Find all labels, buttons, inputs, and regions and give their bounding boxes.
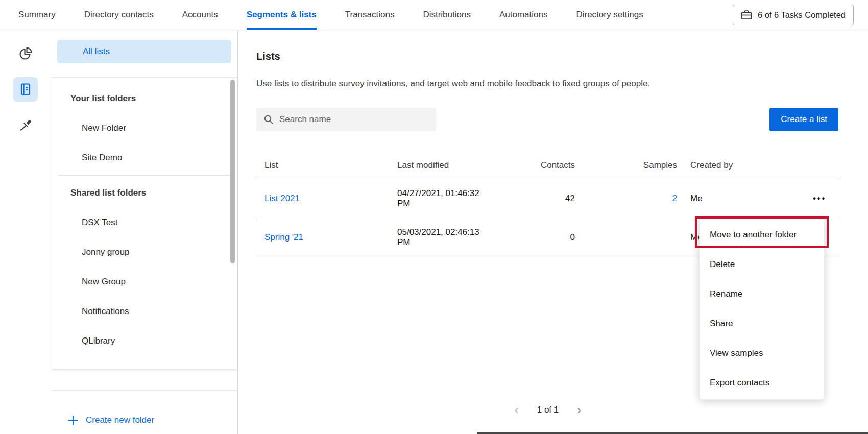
header-last-modified: Last modified — [389, 160, 491, 171]
folder-item-new-group[interactable]: New Group — [51, 267, 237, 297]
sidebar-item-all-lists[interactable]: All lists — [57, 40, 231, 63]
menu-item-share[interactable]: Share — [700, 309, 824, 339]
tab-directory-contacts[interactable]: Directory contacts — [84, 0, 154, 30]
sidebar-bottom-divider — [51, 390, 237, 391]
folder-item-qlibrary[interactable]: QLibrary — [51, 326, 237, 356]
folder-list-panel: Your list folders New Folder Site Demo S… — [51, 77, 237, 369]
header-list: List — [256, 160, 389, 171]
search-icon — [263, 114, 274, 125]
previous-page-button[interactable]: ‹ — [515, 404, 519, 416]
row-menu-button[interactable]: ••• — [797, 194, 839, 203]
search-box — [256, 108, 436, 131]
page-title: Lists — [256, 51, 280, 62]
menu-item-view-samples[interactable]: View samples — [700, 339, 824, 368]
icon-rail — [0, 30, 51, 434]
tab-distributions[interactable]: Distributions — [423, 0, 471, 30]
create-new-folder-button[interactable]: Create new folder — [67, 413, 154, 428]
page-indicator: 1 of 1 — [537, 405, 559, 415]
tasks-completed-label: 6 of 6 Tasks Completed — [758, 10, 846, 20]
pie-chart-icon — [18, 46, 33, 61]
lists-icon — [18, 82, 33, 97]
menu-item-move-to-another-folder[interactable]: Move to another folder — [700, 220, 824, 250]
folder-item-notifications[interactable]: Notifications — [51, 297, 237, 326]
folder-sections-divider — [58, 175, 230, 176]
table-row: List 2021 04/27/2021, 01:46:32 PM 42 2 M… — [256, 178, 839, 219]
created-by-cell: Me — [677, 194, 797, 204]
tab-directory-settings[interactable]: Directory settings — [576, 0, 643, 30]
nav-tabs: Summary Directory contacts Accounts Segm… — [18, 0, 643, 30]
tasks-completed-button[interactable]: 6 of 6 Tasks Completed — [733, 5, 854, 25]
menu-item-delete[interactable]: Delete — [700, 250, 824, 279]
sidebar-scrollbar[interactable] — [230, 80, 235, 263]
rail-item-lists[interactable] — [13, 77, 38, 102]
folder-item-site-demo[interactable]: Site Demo — [51, 143, 237, 173]
rail-item-segments[interactable] — [13, 41, 38, 66]
folder-item-dsx-test[interactable]: DSX Test — [51, 208, 237, 237]
samples-link[interactable]: 2 — [672, 194, 677, 203]
last-modified-cell: 05/03/2021, 02:46:13 PM — [389, 227, 491, 248]
contacts-cell: 42 — [491, 194, 575, 204]
top-navigation: Summary Directory contacts Accounts Segm… — [0, 0, 868, 30]
list-link[interactable]: List 2021 — [264, 194, 300, 203]
last-modified-cell: 04/27/2021, 01:46:32 PM — [389, 188, 491, 209]
tab-summary[interactable]: Summary — [18, 0, 56, 30]
tab-transactions[interactable]: Transactions — [345, 0, 395, 30]
eyedropper-icon — [18, 118, 33, 132]
all-lists-label: All lists — [83, 46, 110, 57]
search-input[interactable] — [279, 114, 429, 125]
pagination: ‹ 1 of 1 › — [256, 403, 839, 417]
folders-sidebar: All lists Your list folders New Folder S… — [51, 30, 238, 434]
header-samples: Samples — [575, 160, 677, 171]
create-a-list-button[interactable]: Create a list — [769, 108, 838, 131]
header-contacts: Contacts — [491, 160, 575, 171]
context-menu: Move to another folder Delete Rename Sha… — [699, 218, 825, 400]
folder-section-header-your: Your list folders — [51, 84, 237, 113]
folder-item-new-folder[interactable]: New Folder — [51, 113, 237, 143]
folder-item-jonny-group[interactable]: Jonny group — [51, 237, 237, 267]
plus-icon — [67, 415, 79, 426]
menu-item-rename[interactable]: Rename — [700, 279, 824, 309]
menu-item-export-contacts[interactable]: Export contacts — [700, 368, 824, 398]
tab-accounts[interactable]: Accounts — [182, 0, 218, 30]
lists-main-panel: Lists Use lists to distribute survey inv… — [238, 30, 868, 434]
briefcase-icon — [741, 10, 752, 20]
header-created-by: Created by — [677, 160, 797, 171]
tab-segments-and-lists[interactable]: Segments & lists — [247, 0, 317, 30]
next-page-button[interactable]: › — [577, 404, 581, 416]
create-new-folder-label: Create new folder — [86, 415, 154, 425]
page-description: Use lists to distribute survey invitatio… — [256, 79, 650, 89]
tab-automations[interactable]: Automations — [499, 0, 548, 30]
contacts-cell: 0 — [491, 232, 575, 243]
folder-section-header-shared: Shared list folders — [51, 178, 237, 208]
list-link[interactable]: Spring '21 — [264, 232, 303, 242]
rail-item-eyedropper[interactable] — [13, 113, 38, 137]
table-header-row: List Last modified Contacts Samples Crea… — [256, 153, 839, 178]
